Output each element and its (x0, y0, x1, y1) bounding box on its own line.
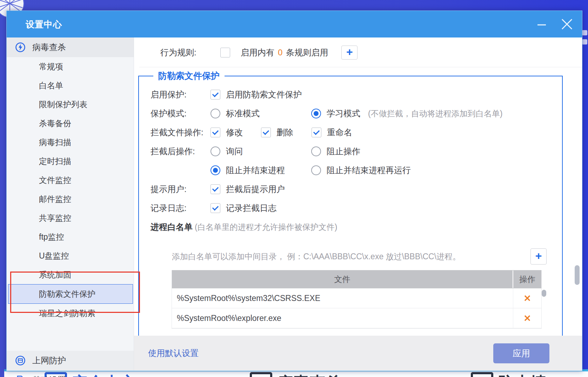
sidebar-item-whitelist[interactable]: 白名单 (7, 76, 134, 95)
background-nav-firewall[interactable]: 防火墙 (471, 372, 547, 377)
settings-window: 设置中心 病毒查杀 常规项 白名单 限制保护列表 杀毒备份 病毒扫描 (6, 11, 582, 371)
behavior-rules-checkbox[interactable] (220, 48, 230, 57)
notify-user-checkbox[interactable] (211, 184, 220, 194)
enable-protection-text: 启用防勒索文件保护 (226, 89, 302, 100)
learning-mode-note: (不做拦截，自动将进程添加到白名单) (368, 108, 502, 119)
ask-radio[interactable] (211, 146, 220, 156)
protection-mode-label: 保护模式: (151, 108, 211, 119)
ask-text: 询问 (226, 146, 243, 157)
intercept-file-ops-label: 拦截文件操作: (151, 127, 211, 138)
web-protection-icon (15, 355, 26, 366)
table-row: %SystemRoot%\explorer.exe (172, 308, 541, 328)
sidebar-item-scheduled-scan[interactable]: 定时扫描 (7, 152, 134, 171)
block-kill-then-run-radio[interactable] (311, 165, 321, 175)
fieldset-legend: 防勒索文件保护 (153, 70, 225, 82)
process-whitelist-title-row: 进程白名单 (白名单里的进程才允许操作被保护文件) (151, 218, 562, 237)
delete-whitelist-entry-button[interactable] (513, 308, 541, 328)
process-whitelist-title: 进程白名单 (151, 221, 193, 233)
block-kill-then-run-text: 阻止并结束进程再运行 (327, 165, 411, 176)
block-operation-radio[interactable] (311, 146, 321, 156)
after-intercept-label: 拦截后操作: (151, 146, 211, 157)
use-default-settings-link[interactable]: 使用默认设置 (148, 348, 199, 359)
block-operation-text: 阻止操作 (327, 146, 360, 157)
sidebar-bottom-sections: 上网防护 基础设置 (7, 351, 134, 371)
titlebar[interactable]: 设置中心 (7, 11, 582, 37)
virus-scan-icon (15, 42, 26, 53)
window-title: 设置中心 (7, 19, 62, 30)
sidebar-item-web-protection[interactable]: 上网防护 (7, 351, 134, 370)
behavior-rules-row: 行为规则: 启用内有0条规则启用 + (160, 42, 568, 63)
whitelist-hint-row: 添加白名单可以添加中间目录， 例：C:\AAA\BBB\CC\x.exe 放过\… (151, 248, 562, 265)
background-nav-label: 防火墙 (498, 372, 547, 377)
firewall-icon (471, 372, 493, 377)
protection-mode-row: 保护模式: 标准模式 学习模式 (不做拦截，自动将进程添加到白名单) (151, 104, 562, 123)
standard-mode-radio[interactable] (211, 109, 220, 118)
delete-text: 删除 (276, 127, 293, 138)
minimize-button[interactable] (535, 18, 548, 31)
enable-protection-label: 启用保护: (151, 89, 211, 100)
whitelist-table: 文件 操作 %SystemRoot%\system32\CSRSS.EXE %S… (172, 270, 542, 329)
rename-text: 重命名 (327, 127, 352, 138)
log-checkbox[interactable] (211, 203, 220, 213)
sidebar-item-general[interactable]: 常规项 (7, 57, 134, 76)
sidebar-item-usb-monitor[interactable]: U盘监控 (7, 246, 134, 265)
behavior-rules-text: 启用内有0条规则启用 (241, 47, 328, 58)
close-icon (561, 18, 573, 30)
standard-mode-text: 标准模式 (226, 108, 260, 119)
section-divider (139, 67, 582, 67)
basic-settings-icon (15, 375, 26, 377)
background-nav-label: 病毒查杀 (277, 372, 342, 377)
rename-checkbox[interactable] (312, 128, 321, 137)
table-scrollbar-thumb[interactable] (542, 290, 546, 297)
close-button[interactable] (560, 18, 574, 31)
sidebar-item-virus-scan[interactable]: 病毒查杀 (7, 37, 134, 57)
whitelist-file-path: %SystemRoot%\system32\CSRSS.EXE (172, 294, 513, 303)
sidebar-item-anti-ransomware-file-protection[interactable]: 防勒索文件保护 (8, 284, 133, 304)
whitelist-table-header: 文件 操作 (172, 270, 541, 288)
after-intercept-row-1: 拦截后操作: 询问 阻止操作 (151, 142, 562, 161)
block-and-kill-process-text: 阻止并结束进程 (226, 165, 285, 176)
learning-mode-radio[interactable] (311, 109, 321, 118)
sidebar-item-file-monitor[interactable]: 文件监控 (7, 171, 134, 190)
delete-checkbox[interactable] (261, 128, 271, 137)
action-column-header: 操作 (513, 270, 541, 288)
sidebar-item-mail-monitor[interactable]: 邮件监控 (7, 190, 134, 208)
notify-user-text: 拦截后提示用户 (226, 184, 285, 195)
log-text: 记录拦截日志 (226, 203, 276, 214)
background-nav-virus-scan[interactable]: 病毒查杀 (250, 372, 342, 377)
panel-scrollbar-thumb[interactable] (575, 265, 580, 285)
rule-count: 0 (278, 48, 282, 57)
sidebar: 病毒查杀 常规项 白名单 限制保护列表 杀毒备份 病毒扫描 定时扫描 文件监控 … (7, 37, 134, 371)
sidebar-item-rising-sword-anti-ransomware[interactable]: 瑞星之剑防勒索 (7, 304, 134, 323)
after-intercept-row-2: 阻止并结束进程 阻止并结束进程再运行 (151, 161, 562, 180)
sidebar-item-label: 基础设置 (32, 375, 66, 377)
add-whitelist-button[interactable]: + (530, 248, 547, 265)
minimize-icon (536, 19, 547, 29)
modify-text: 修改 (226, 127, 243, 138)
learning-mode-text: 学习模式 (327, 108, 360, 119)
apply-button[interactable]: 应用 (493, 343, 549, 363)
log-label: 记录日志: (151, 203, 211, 214)
sidebar-item-virus-scanning[interactable]: 病毒扫描 (7, 133, 134, 152)
sidebar-item-antivirus-backup[interactable]: 杀毒备份 (7, 114, 134, 133)
delete-whitelist-entry-button[interactable] (513, 288, 541, 308)
main-panel: 行为规则: 启用内有0条规则启用 + 防勒索文件保护 启用保护: 启用防勒索文件… (134, 37, 582, 371)
block-and-kill-process-radio[interactable] (211, 165, 220, 175)
table-row: %SystemRoot%\system32\CSRSS.EXE (172, 288, 541, 308)
add-behavior-rule-button[interactable]: + (341, 46, 358, 60)
footer-bar: 使用默认设置 应用 (134, 336, 582, 371)
sidebar-item-restricted-protection-list[interactable]: 限制保护列表 (7, 95, 134, 114)
notify-user-label: 提示用户: (151, 184, 211, 195)
modify-checkbox[interactable] (211, 128, 220, 137)
background-edge-icon (582, 39, 587, 44)
sidebar-item-share-monitor[interactable]: 共享监控 (7, 208, 134, 227)
whitelist-file-path: %SystemRoot%\explorer.exe (172, 314, 513, 323)
sidebar-item-label: 病毒查杀 (32, 42, 66, 53)
whitelist-hint-text: 添加白名单可以添加中间目录， 例：C:\AAA\BBB\CC\x.exe 放过\… (172, 251, 461, 262)
process-whitelist-note: (白名单里的进程才允许操作被保护文件) (195, 222, 337, 233)
log-row: 记录日志: 记录拦截日志 (151, 199, 562, 218)
sidebar-item-system-hardening[interactable]: 系统加固 (7, 265, 134, 284)
sidebar-item-ftp-monitor[interactable]: ftp监控 (7, 227, 134, 246)
sidebar-item-basic-settings[interactable]: 基础设置 (7, 370, 134, 377)
enable-protection-checkbox[interactable] (211, 90, 220, 100)
